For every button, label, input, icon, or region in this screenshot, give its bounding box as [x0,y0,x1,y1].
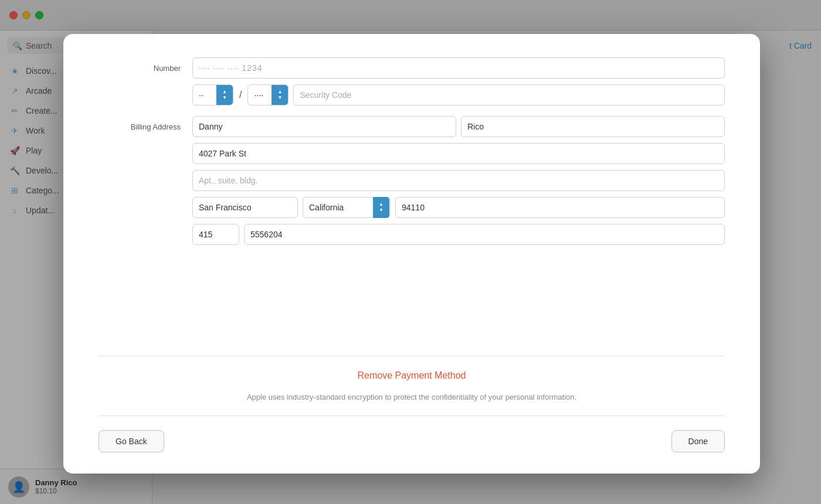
year-stepper-button[interactable]: ▲ ▼ [272,84,288,105]
name-row [192,116,725,137]
security-code-input[interactable] [293,84,725,105]
card-number-input[interactable] [192,57,725,79]
billing-address-label: Billing Address [99,116,192,132]
month-stepper[interactable]: ·· ▲ ▼ [192,84,233,105]
phone-input[interactable] [244,224,725,245]
form-section: Number ·· ▲ ▼ / ···· [99,57,725,342]
action-buttons: Go Back Done [99,430,725,452]
go-back-button[interactable]: Go Back [99,430,164,452]
zip-input[interactable] [395,197,725,218]
payment-modal: Number ·· ▲ ▼ / ···· [63,34,760,474]
divider-2 [99,416,725,416]
state-select-wrapper: California ▲ ▼ [303,197,391,218]
state-select[interactable]: California [303,197,391,218]
done-button[interactable]: Done [671,430,725,452]
expiry-separator: / [238,90,243,100]
phone-row [192,224,725,245]
city-input[interactable] [192,197,298,218]
month-stepper-button[interactable]: ▲ ▼ [216,84,233,105]
expiry-security-row: ·· ▲ ▼ / ···· ▲ ▼ [192,84,725,105]
divider-1 [99,356,725,356]
card-number-label: Number [99,57,192,74]
remove-payment-button[interactable]: Remove Payment Method [99,370,725,381]
apt-input[interactable] [192,170,725,191]
month-value: ·· [193,90,216,100]
chevron-up-icon: ▲ [222,90,227,94]
chevron-down-icon: ▼ [277,96,282,100]
year-stepper[interactable]: ···· ▲ ▼ [247,84,289,105]
last-name-input[interactable] [461,116,725,137]
billing-address-row: Billing Address California [99,116,725,245]
year-value: ···· [248,90,272,100]
area-code-input[interactable] [192,224,239,245]
street-input[interactable] [192,143,725,164]
chevron-up-icon: ▲ [277,90,282,94]
card-number-row: Number ·· ▲ ▼ / ···· [99,57,725,105]
city-state-zip-row: California ▲ ▼ [192,197,725,218]
chevron-down-icon: ▼ [222,96,227,100]
card-number-fields: ·· ▲ ▼ / ···· ▲ ▼ [192,57,725,105]
billing-address-fields: California ▲ ▼ [192,116,725,245]
first-name-input[interactable] [192,116,456,137]
privacy-text: Apple uses industry-standard encryption … [99,393,725,401]
